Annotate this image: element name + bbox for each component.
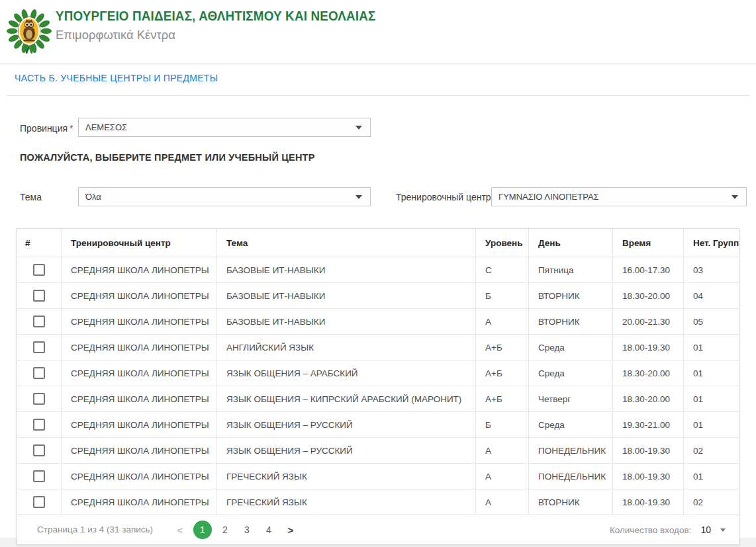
header-index: # <box>17 229 62 257</box>
owl <box>23 20 34 42</box>
header-level: Уровень <box>476 229 529 257</box>
row-checkbox[interactable] <box>33 341 45 353</box>
dropdown-caret-icon[interactable] <box>720 528 726 532</box>
cell-day: ПОНЕДЕЛЬНИК <box>529 464 613 489</box>
cell-center: СРЕДНЯЯ ШКОЛА ЛИНОПЕТРЫ <box>62 257 217 282</box>
cell-time: 20.00-21.30 <box>613 309 684 334</box>
table-row: СРЕДНЯЯ ШКОЛА ЛИНОПЕТРЫ ЯЗЫК ОБЩЕНИЯ – Р… <box>17 411 739 437</box>
row-checkbox[interactable] <box>33 290 45 302</box>
pager: < 1 2 3 4 > <box>171 521 299 539</box>
province-select-value: ΛΕΜΕΣΟΣ <box>85 122 127 132</box>
previous-page-button[interactable]: < <box>171 521 189 539</box>
page-summary: Страница 1 из 4 (31 запись) <box>37 525 153 534</box>
cell-time: 18.00-19.30 <box>613 489 684 515</box>
row-checkbox[interactable] <box>33 444 45 456</box>
row-checkbox[interactable] <box>33 367 45 379</box>
row-checkbox[interactable] <box>33 419 45 431</box>
cell-group: 01 <box>684 464 739 489</box>
cell-day: Среда <box>529 412 613 437</box>
cell-topic: БАЗОВЫЕ ИТ-НАВЫКИ <box>217 309 476 334</box>
page-button-4[interactable]: 4 <box>260 521 277 539</box>
cell-time: 18.30-20.00 <box>613 283 684 308</box>
table-row: СРЕДНЯЯ ШКОЛА ЛИНОПЕТРЫ БАЗОВЫЕ ИТ-НАВЫК… <box>17 257 739 282</box>
cell-level: Б <box>476 283 529 308</box>
page-button-3[interactable]: 3 <box>238 521 256 539</box>
cell-center: СРЕДНЯЯ ШКОЛА ЛИНОПЕТРЫ <box>62 438 217 463</box>
cell-center: СРЕДНЯЯ ШКОЛА ЛИНОПЕТРЫ <box>62 489 217 515</box>
cell-level: А <box>476 464 529 489</box>
cell-day: Пятница <box>529 257 613 282</box>
header-time: Время <box>613 229 684 257</box>
cell-day: Четверг <box>529 386 613 411</box>
cell-center: СРЕДНЯЯ ШКОЛА ЛИНОПЕТРЫ <box>62 283 217 308</box>
table-row: СРЕДНЯЯ ШКОЛА ЛИНОПЕТРЫ ГРЕЧЕСКИЙ ЯЗЫК А… <box>17 489 739 515</box>
page-button-1[interactable]: 1 <box>193 521 212 539</box>
entries-value[interactable]: 10 <box>700 525 711 535</box>
header-day: День <box>529 229 613 257</box>
dropdown-caret-icon <box>355 126 362 130</box>
row-checkbox[interactable] <box>33 470 45 482</box>
cell-level: А+Б <box>476 335 529 360</box>
training-center-select[interactable]: ΓΥΜΝΑΣΙΟ ΛΙΝΟΠΕΤΡΑΣ <box>491 187 747 206</box>
row-checkbox[interactable] <box>33 496 45 508</box>
page: ΥΠΟΥΡΓΕΙΟ ΠΑΙΔΕΙΑΣ, ΑΘΛΗΤΙΣΜΟΥ ΚΑΙ ΝΕΟΛΑ… <box>0 0 756 547</box>
header-group: Нет. Группа <box>684 229 739 257</box>
section-title: ЧАСТЬ Б. УЧЕБНЫЕ ЦЕНТРЫ И ПРЕДМЕТЫ <box>15 73 218 83</box>
province-label: Провинция* <box>20 123 73 134</box>
training-center-label: Тренировочный центр <box>396 192 491 202</box>
ministry-subtitle: Επιμορφωτικά Κέντρα <box>56 28 175 42</box>
cell-level: А+Б <box>476 360 529 386</box>
header-center: Тренировочный центр <box>62 229 217 257</box>
cell-group: 02 <box>684 489 739 515</box>
table-row: СРЕДНЯЯ ШКОЛА ЛИНОПЕТРЫ ГРЕЧЕСКИЙ ЯЗЫК А… <box>17 463 739 489</box>
cell-center: СРЕДНЯЯ ШКОЛА ЛИНОПЕТРЫ <box>62 386 217 411</box>
row-checkbox[interactable] <box>33 316 45 327</box>
cell-topic: ЯЗЫК ОБЩЕНИЯ – КИПРСКИЙ АРАБСКИЙ (МАРОНИ… <box>217 386 476 411</box>
cell-group: 04 <box>684 283 739 308</box>
cell-group: 02 <box>684 438 739 463</box>
cell-group: 01 <box>684 335 739 360</box>
section-divider <box>7 95 749 96</box>
dropdown-caret-icon <box>732 195 738 199</box>
entries-label: Количество входов: <box>610 525 692 535</box>
cell-group: 05 <box>684 309 739 334</box>
row-checkbox[interactable] <box>33 393 45 405</box>
topic-select-value: Όλα <box>85 192 101 202</box>
next-page-button[interactable]: > <box>282 521 299 539</box>
choose-prompt: ПОЖАЛУЙСТА, ВЫБЕРИТЕ ПРЕДМЕТ ИЛИ УЧЕБНЫЙ… <box>20 152 315 163</box>
table-row: СРЕДНЯЯ ШКОЛА ЛИНОПЕТРЫ БАЗОВЫЕ ИТ-НАВЫК… <box>17 282 739 308</box>
cell-center: СРЕДНЯЯ ШКОЛА ЛИНОПЕТРЫ <box>62 412 217 437</box>
row-checkbox[interactable] <box>33 264 45 276</box>
cell-time: 18.30-20.00 <box>613 386 684 411</box>
cell-level: Б <box>476 412 529 437</box>
cell-center: СРЕДНЯЯ ШКОЛА ЛИНОПЕТРЫ <box>62 360 217 386</box>
cell-topic: ЯЗЫК ОБЩЕНИЯ – РУССКИЙ <box>217 412 476 437</box>
cell-day: ВТОРНИК <box>529 309 613 334</box>
page-button-2[interactable]: 2 <box>216 521 234 539</box>
cell-day: ВТОРНИК <box>529 489 613 515</box>
cell-group: 01 <box>684 386 739 411</box>
table-row: СРЕДНЯЯ ШКОЛА ЛИНОПЕТРЫ ЯЗЫК ОБЩЕНИЯ – К… <box>17 386 739 411</box>
entries-per-page: Количество входов: 10 <box>610 515 726 544</box>
topic-label: Тема <box>20 192 42 202</box>
cell-time: 19.30-21.00 <box>613 412 684 437</box>
cell-level: А+Б <box>476 386 529 411</box>
cell-topic: ЯЗЫК ОБЩЕНИЯ – РУССКИЙ <box>217 438 476 463</box>
cell-time: 18.00-19.30 <box>613 438 684 463</box>
cell-group: 03 <box>684 257 739 282</box>
table-footer: Страница 1 из 4 (31 запись) < 1 2 3 4 > … <box>17 515 739 544</box>
cell-group: 01 <box>684 412 739 437</box>
table-row: СРЕДНЯЯ ШКОЛА ЛИНОПЕТРЫ ЯЗЫК ОБЩЕНИЯ – А… <box>17 360 739 386</box>
training-center-select-value: ΓΥΜΝΑΣΙΟ ΛΙΝΟΠΕΤΡΑΣ <box>498 192 599 202</box>
cell-time: 18.00-19.30 <box>613 464 684 489</box>
cell-topic: ГРЕЧЕСКИЙ ЯЗЫК <box>217 489 476 515</box>
cell-center: СРЕДНЯЯ ШКОЛА ЛИНОПЕТРЫ <box>62 464 217 489</box>
content-area: ΥΠΟΥΡΓΕΙΟ ΠΑΙΔΕΙΑΣ, ΑΘΛΗΤΙΣΜΟΥ ΚΑΙ ΝΕΟΛΑ… <box>0 0 756 538</box>
topic-select[interactable]: Όλα <box>78 187 371 206</box>
province-select[interactable]: ΛΕΜΕΣΟΣ <box>78 118 371 137</box>
table-header-row: # Тренировочный центр Тема Уровень День … <box>17 229 739 257</box>
cell-day: ПОНЕДЕЛЬНИК <box>529 438 613 463</box>
cell-topic: АНГЛИЙСКИЙ ЯЗЫК <box>217 335 476 360</box>
table-row: СРЕДНЯЯ ШКОЛА ЛИНОПЕТРЫ БАЗОВЫЕ ИТ-НАВЫК… <box>17 308 739 334</box>
cell-time: 16.00-17.30 <box>613 257 684 282</box>
